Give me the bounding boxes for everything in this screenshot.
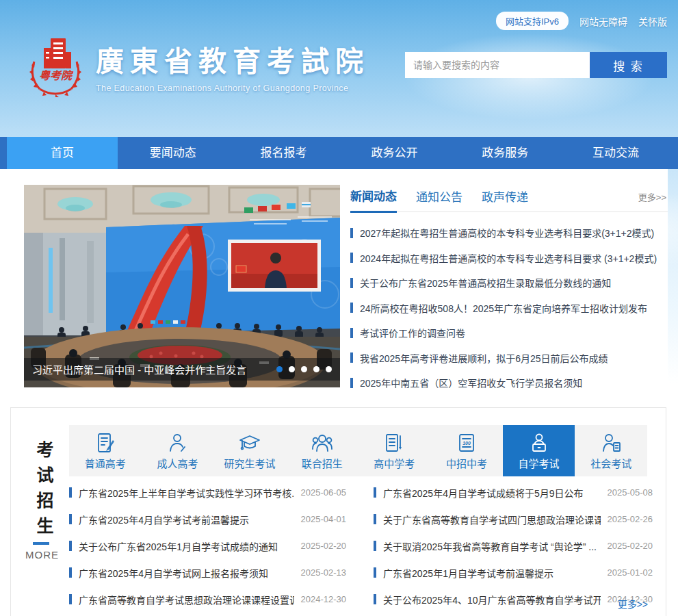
category-highschool-exam[interactable]: 高中学考 xyxy=(358,425,431,476)
exam-news-column-right: 广东省2025年4月自学考试成绩将于5月9日公布2025-05-08 关于广东省… xyxy=(374,479,653,613)
exam-news-item[interactable]: 关于公布广东省2025年1月自学考试成绩的通知2025-02-20 xyxy=(69,532,346,559)
ipv6-badge[interactable]: 网站支持IPv6 xyxy=(496,12,569,30)
item-bullet-bar xyxy=(350,278,353,288)
score-100-icon: 100 xyxy=(456,432,478,454)
exam-news-item[interactable]: 广东省2025年上半年自学考试实践性学习环节考核...2025-06-05 xyxy=(69,479,346,506)
exam-category-strip: 普通高考 成人高考 研究生考试 联合招生 xyxy=(69,425,647,476)
category-self-study-exam[interactable]: 自学考试 xyxy=(503,425,575,476)
category-joint-admission[interactable]: 联合招生 xyxy=(286,425,358,476)
item-bullet-bar xyxy=(69,541,72,551)
item-bullet-bar xyxy=(374,487,376,498)
graduation-cap-icon xyxy=(239,432,261,454)
nav-item-news[interactable]: 要闻动态 xyxy=(118,137,229,169)
svg-text:粤考院: 粤考院 xyxy=(39,70,74,81)
care-mode-link[interactable]: 关怀版 xyxy=(638,14,667,28)
exam-admissions-section: 考试招生 MORE 普通高考 成人高考 研究生考试 xyxy=(10,407,666,616)
page: 网站支持IPv6 网站无障碍 关怀版 粤考 xyxy=(0,0,678,616)
nav-item-registration[interactable]: 报名报考 xyxy=(229,137,339,169)
carousel-caption[interactable]: 习近平出席第二届中国 - 中亚峰会并作主旨发言 xyxy=(32,362,271,376)
news-carousel[interactable]: 习近平出席第二届中国 - 中亚峰会并作主旨发言 xyxy=(24,185,340,387)
exam-news-item[interactable]: 关于广东省高等教育自学考试四门思想政治理论课课...2025-02-26 xyxy=(374,506,653,532)
item-bullet-bar xyxy=(350,378,353,388)
nav-item-gov-disclosure[interactable]: 政务公开 xyxy=(339,137,449,169)
news-list-item[interactable]: 2025年中南五省（区）空军招收女飞行学员报名须知 xyxy=(350,370,668,396)
site-logo-icon: 粤考院 xyxy=(25,34,86,97)
section-title-underline xyxy=(33,542,49,545)
exam-news-column-left: 广东省2025年上半年自学考试实践性学习环节考核...2025-06-05 广东… xyxy=(69,479,346,613)
main-navigation: 首页 要闻动态 报名报考 政务公开 政务服务 互动交流 xyxy=(0,137,678,169)
category-postgraduate-exam[interactable]: 研究生考试 xyxy=(213,425,286,476)
item-bullet-bar xyxy=(350,328,353,338)
carousel-dot-3[interactable] xyxy=(301,366,307,372)
top-utility-bar: 网站支持IPv6 网站无障碍 关怀版 xyxy=(496,12,667,30)
site-title: 廣東省教育考試院 xyxy=(96,38,369,79)
exam-paper-pencil-icon xyxy=(94,432,116,454)
news-list-item[interactable]: 2024年起拟在粤招生普通高校的本专科专业选考科目要求 (3+1+2模式) xyxy=(350,246,668,271)
exam-news-item[interactable]: 关于取消2025年我省高等教育自学考试 “舆论学” ...2025-02-20 xyxy=(374,532,653,559)
search-button[interactable]: 搜 索 xyxy=(590,52,667,78)
item-bullet-bar xyxy=(374,594,376,604)
item-bullet-bar xyxy=(69,487,72,498)
news-list-item[interactable]: 2027年起拟在粤招生普通高校的本专科专业选考科目要求(3+1+2模式) xyxy=(350,220,668,246)
search-input[interactable] xyxy=(405,52,590,78)
item-bullet-bar xyxy=(374,541,376,551)
item-bullet-bar xyxy=(374,567,376,578)
carousel-dot-2[interactable] xyxy=(289,366,295,372)
news-list-item[interactable]: 我省2025年高考评卷进展顺利，拟于6月25日前后公布成绩 xyxy=(350,346,668,371)
news-list: 2027年起拟在粤招生普通高校的本专科专业选考科目要求(3+1+2模式) 202… xyxy=(350,220,668,396)
item-bullet-bar xyxy=(350,228,353,238)
exam-section-more-link[interactable]: 更多>> xyxy=(618,597,648,611)
exam-news-item[interactable]: 广东省高等教育自学考试思想政治理论课课程设置调...2024-12-30 xyxy=(69,586,346,613)
exam-news-item[interactable]: 广东省2025年4月自学考试成绩将于5月9日公布2025-05-08 xyxy=(374,479,653,506)
person-certificate-icon xyxy=(600,432,622,454)
section-title-vertical: 考试招生 xyxy=(31,441,56,542)
carousel-dots xyxy=(276,366,332,372)
exam-news-item[interactable]: 关于公布2025年4、10月广东省高等教育自学考试开...2024-12-30 xyxy=(374,586,653,613)
carousel-dot-1[interactable] xyxy=(276,366,283,372)
news-tabs: 新闻动态 通知公告 政声传递 更多>> xyxy=(350,183,668,212)
item-bullet-bar xyxy=(69,594,72,604)
tab-notices[interactable]: 通知公告 xyxy=(416,188,462,211)
nav-item-gov-services[interactable]: 政务服务 xyxy=(449,137,560,169)
item-bullet-bar xyxy=(69,514,72,524)
category-general-gaokao[interactable]: 普通高考 xyxy=(69,425,142,476)
site-brand: 粤考院 廣東省教育考試院 The Education Examinations … xyxy=(25,34,369,97)
accessibility-link[interactable]: 网站无障碍 xyxy=(579,14,627,28)
category-zhongkao[interactable]: 100 中招中考 xyxy=(430,425,503,476)
item-bullet-bar xyxy=(350,253,353,263)
tab-news-updates[interactable]: 新闻动态 xyxy=(350,187,397,213)
section-more-button[interactable]: MORE xyxy=(25,549,59,561)
carousel-dot-4[interactable] xyxy=(313,366,320,372)
search-bar: 搜 索 xyxy=(405,52,667,78)
tab-gov-voice[interactable]: 政声传递 xyxy=(482,188,528,211)
carousel-photo-summit xyxy=(24,185,340,387)
site-title-english: The Education Examinations Authority of … xyxy=(96,84,369,93)
person-laptop-icon xyxy=(528,432,550,454)
people-group-icon xyxy=(311,432,333,454)
item-bullet-bar xyxy=(69,567,72,578)
adult-person-icon xyxy=(166,432,188,454)
category-social-exam[interactable]: 社会考试 xyxy=(575,425,647,476)
svg-text:100: 100 xyxy=(462,440,471,445)
carousel-dot-5[interactable] xyxy=(326,366,332,372)
news-panel: 新闻动态 通知公告 政声传递 更多>> 2027年起拟在粤招生普通高校的本专科专… xyxy=(350,183,668,396)
item-bullet-bar xyxy=(350,352,353,363)
exam-news-item[interactable]: 广东省2025年4月自学考试网上报名报考须知2025-02-13 xyxy=(69,559,346,586)
news-list-item[interactable]: 24所高校在粤招收508人！2025年广东省定向培养军士招收计划发布 xyxy=(350,296,668,321)
news-list-item[interactable]: 考试评价工作的调查问卷 xyxy=(350,320,668,346)
nav-item-home[interactable]: 首页 xyxy=(7,137,118,169)
item-bullet-bar xyxy=(374,514,376,524)
news-list-item[interactable]: 关于公布广东省2025年普通高校招生录取最低分数线的通知 xyxy=(350,270,668,296)
category-adult-gaokao[interactable]: 成人高考 xyxy=(142,425,214,476)
carousel-caption-bar: 习近平出席第二届中国 - 中亚峰会并作主旨发言 xyxy=(24,358,340,381)
document-pen-icon xyxy=(383,432,405,454)
news-more-link[interactable]: 更多>> xyxy=(638,190,666,211)
item-bullet-bar xyxy=(350,303,353,313)
exam-news-item[interactable]: 广东省2025年1月自学考试考前温馨提示2025-01-02 xyxy=(374,559,653,586)
exam-news-item[interactable]: 广东省2025年4月自学考试考前温馨提示2025-04-01 xyxy=(69,506,346,532)
nav-item-interaction[interactable]: 互动交流 xyxy=(560,137,671,169)
